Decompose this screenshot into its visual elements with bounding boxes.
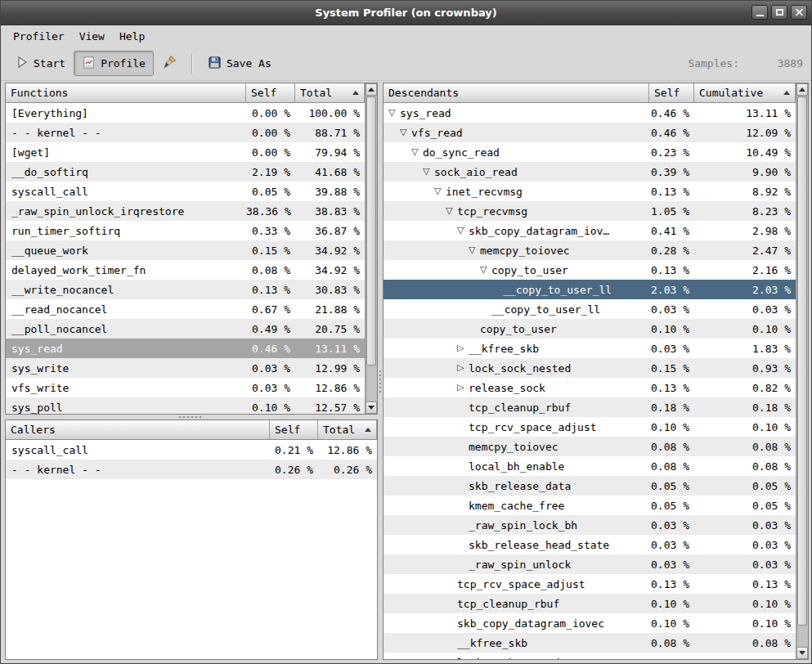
start-button-label: Start bbox=[34, 57, 65, 70]
table-row[interactable]: ▽sys_read0.46 %13.11 % bbox=[384, 103, 796, 123]
table-row[interactable]: ▽sock_aio_read0.39 %9.90 % bbox=[384, 162, 796, 182]
table-row[interactable]: tcp_cleanup_rbuf0.18 %0.18 % bbox=[384, 397, 796, 417]
table-row[interactable]: tcp_rcv_space_adjust0.13 %0.13 % bbox=[384, 574, 796, 594]
table-row[interactable]: ▽tcp_recvmsg1.05 %8.23 % bbox=[384, 201, 796, 221]
column-header-self[interactable]: Self bbox=[270, 420, 318, 440]
table-row[interactable]: memcpy_toiovec0.08 %0.08 % bbox=[384, 437, 796, 456]
table-row[interactable]: lock_sock_nested0.03 %0.03 % bbox=[384, 653, 796, 659]
table-row[interactable]: tcp_rcv_space_adjust0.10 %0.10 % bbox=[384, 417, 796, 437]
table-row[interactable]: local_bh_enable0.08 %0.08 % bbox=[384, 456, 796, 476]
scrollbar-trough[interactable] bbox=[366, 96, 377, 402]
self-value: 38.36 % bbox=[246, 205, 295, 218]
table-row[interactable]: sys_write0.03 %12.99 % bbox=[6, 358, 365, 378]
table-row[interactable]: vfs_write0.03 %12.86 % bbox=[6, 378, 365, 397]
table-row[interactable]: __queue_work0.15 %34.92 % bbox=[6, 240, 365, 260]
expander-open-icon[interactable]: ▽ bbox=[411, 146, 423, 158]
table-row[interactable]: __kfree_skb0.08 %0.08 % bbox=[384, 633, 796, 653]
table-row[interactable]: __copy_to_user_ll2.03 %2.03 % bbox=[384, 280, 796, 299]
table-row[interactable]: skb_release_data0.05 %0.05 % bbox=[384, 476, 796, 496]
scroll-up-button[interactable] bbox=[366, 83, 377, 96]
table-row[interactable]: _raw_spin_lock_bh0.03 %0.03 % bbox=[384, 515, 796, 535]
table-row[interactable]: ▽copy_to_user0.13 %2.16 % bbox=[384, 260, 796, 280]
menu-help[interactable]: Help bbox=[112, 29, 152, 44]
descendants-scrollbar[interactable] bbox=[796, 83, 808, 659]
menu-view[interactable]: View bbox=[72, 29, 112, 44]
profile-toggle-button[interactable]: Profile bbox=[74, 51, 154, 76]
table-row[interactable]: run_timer_softirq0.33 %36.87 % bbox=[6, 221, 365, 240]
maximize-button[interactable] bbox=[771, 5, 787, 20]
self-value: 0.05 % bbox=[649, 480, 694, 492]
table-row[interactable]: skb_copy_datagram_iovec0.10 %0.10 % bbox=[384, 613, 796, 633]
self-value: 1.05 % bbox=[649, 205, 694, 218]
column-header-self[interactable]: Self bbox=[649, 83, 694, 103]
table-row[interactable]: ▷__kfree_skb0.03 %1.83 % bbox=[384, 339, 796, 358]
table-row[interactable]: _raw_spin_unlock_irqrestore38.36 %38.83 … bbox=[6, 201, 365, 221]
table-row[interactable]: __write_nocancel0.13 %30.83 % bbox=[6, 280, 365, 299]
table-row[interactable]: __poll_nocancel0.49 %20.75 % bbox=[6, 319, 365, 339]
titlebar[interactable]: System Profiler (on crownbay) bbox=[1, 1, 811, 25]
total-value: 2.47 % bbox=[694, 245, 796, 257]
close-button[interactable] bbox=[791, 5, 807, 20]
column-header-callers[interactable]: Callers bbox=[6, 420, 270, 440]
start-button[interactable]: Start bbox=[7, 51, 74, 76]
table-row[interactable]: kmem_cache_free0.05 %0.05 % bbox=[384, 496, 796, 515]
scrollbar-thumb[interactable] bbox=[366, 96, 376, 366]
table-row[interactable]: ▽vfs_read0.46 %12.09 % bbox=[384, 123, 796, 142]
total-value: 0.03 % bbox=[694, 657, 796, 660]
total-value: 13.11 % bbox=[295, 343, 365, 355]
table-row[interactable]: ▽do_sync_read0.23 %10.49 % bbox=[384, 142, 796, 162]
column-header-total[interactable]: Total bbox=[295, 83, 365, 103]
column-header-functions[interactable]: Functions bbox=[6, 83, 246, 103]
table-row[interactable]: ▷lock_sock_nested0.15 %0.93 % bbox=[384, 358, 796, 378]
table-row[interactable]: - - kernel - -0.26 %0.26 % bbox=[6, 460, 377, 479]
expander-open-icon[interactable]: ▽ bbox=[469, 245, 480, 256]
table-row[interactable]: __copy_to_user_ll0.03 %0.03 % bbox=[384, 299, 796, 319]
column-header-self[interactable]: Self bbox=[246, 83, 295, 103]
table-row[interactable]: skb_release_head_state0.03 %0.03 % bbox=[384, 535, 796, 554]
expander-closed-icon[interactable]: ▷ bbox=[457, 343, 469, 354]
table-row[interactable]: _raw_spin_unlock0.03 %0.03 % bbox=[384, 554, 796, 574]
table-row[interactable]: ▽skb_copy_datagram_iov…0.41 %2.98 % bbox=[384, 221, 796, 240]
total-value: 0.05 % bbox=[694, 500, 796, 512]
scroll-down-button[interactable] bbox=[366, 402, 377, 414]
scrollbar-trough[interactable] bbox=[796, 96, 808, 647]
total-value: 12.86 % bbox=[295, 382, 365, 394]
table-row[interactable]: [wget]0.00 %79.94 % bbox=[6, 142, 365, 162]
menu-profiler[interactable]: Profiler bbox=[6, 29, 72, 44]
samples-value: 3889 bbox=[739, 57, 803, 70]
scroll-down-button[interactable] bbox=[796, 647, 808, 659]
expander-open-icon[interactable]: ▽ bbox=[480, 264, 491, 276]
table-row[interactable]: sys_read0.46 %13.11 % bbox=[6, 339, 365, 358]
save-as-button[interactable]: Save As bbox=[200, 51, 280, 76]
table-row[interactable]: syscall_call0.21 %12.86 % bbox=[6, 440, 377, 460]
table-row[interactable]: copy_to_user0.10 %0.10 % bbox=[384, 319, 796, 339]
self-value: 0.00 % bbox=[246, 146, 295, 159]
scroll-up-button[interactable] bbox=[796, 83, 808, 96]
expander-open-icon[interactable]: ▽ bbox=[388, 107, 400, 119]
table-row[interactable]: [Everything]0.00 %100.00 % bbox=[6, 103, 365, 123]
table-row[interactable]: __do_softirq2.19 %41.68 % bbox=[6, 162, 365, 182]
expander-open-icon[interactable]: ▽ bbox=[446, 205, 457, 217]
expander-open-icon[interactable]: ▽ bbox=[434, 186, 446, 197]
scrollbar-thumb[interactable] bbox=[797, 96, 807, 626]
table-row[interactable]: - - kernel - -0.00 %88.71 % bbox=[6, 123, 365, 142]
table-row[interactable]: ▷release_sock0.13 %0.82 % bbox=[384, 378, 796, 397]
table-row[interactable]: delayed_work_timer_fn0.08 %34.92 % bbox=[6, 260, 365, 280]
expander-closed-icon[interactable]: ▷ bbox=[457, 382, 469, 393]
expander-closed-icon[interactable]: ▷ bbox=[457, 362, 469, 374]
column-header-cumulative[interactable]: Cumulative bbox=[694, 83, 796, 103]
functions-scrollbar[interactable] bbox=[365, 83, 377, 414]
table-row[interactable]: __read_nocancel0.67 %21.88 % bbox=[6, 299, 365, 319]
expander-open-icon[interactable]: ▽ bbox=[400, 127, 411, 138]
expander-open-icon[interactable]: ▽ bbox=[457, 225, 469, 236]
table-row[interactable]: syscall_call0.05 %39.88 % bbox=[6, 182, 365, 201]
reset-button[interactable] bbox=[154, 51, 185, 76]
table-row[interactable]: ▽inet_recvmsg0.13 %8.92 % bbox=[384, 182, 796, 201]
minimize-button[interactable] bbox=[751, 5, 768, 20]
column-header-descendants[interactable]: Descendants bbox=[384, 83, 649, 103]
expander-open-icon[interactable]: ▽ bbox=[423, 166, 434, 177]
table-row[interactable]: sys_poll0.10 %12.57 % bbox=[6, 397, 365, 414]
column-header-total[interactable]: Total bbox=[318, 420, 377, 440]
table-row[interactable]: ▽memcpy_toiovec0.28 %2.47 % bbox=[384, 240, 796, 260]
table-row[interactable]: tcp_cleanup_rbuf0.10 %0.10 % bbox=[384, 594, 796, 613]
